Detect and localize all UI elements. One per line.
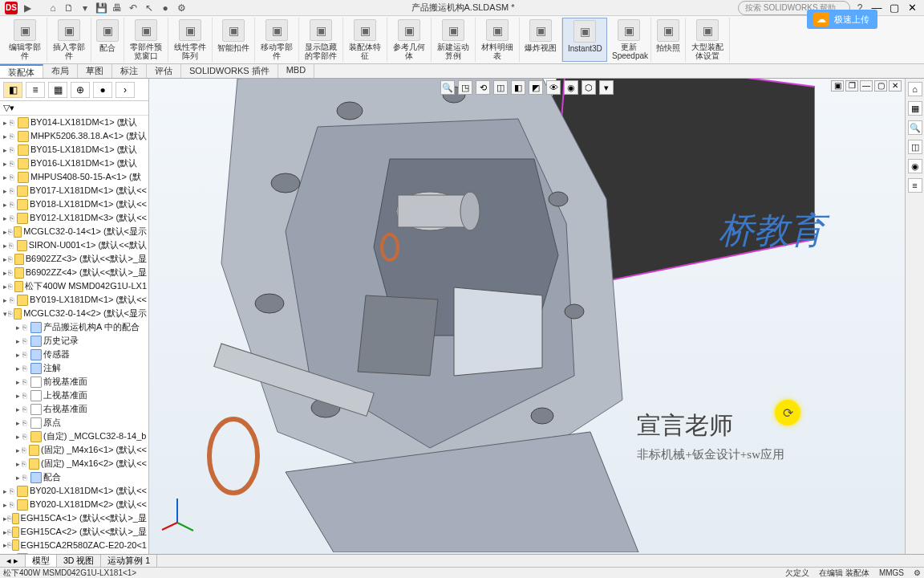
new-icon[interactable]: 🗋 [63, 2, 75, 14]
orientation-triad[interactable] [157, 495, 197, 535]
taskpane-view-icon[interactable]: ◫ [908, 140, 922, 154]
close-button[interactable]: ✕ [905, 2, 919, 14]
tree-item[interactable]: ▸⎘EGH15CA2R580ZAC-E20-20<1 [2, 539, 148, 552]
tree-item[interactable]: ▸⎘前视基准面 [2, 375, 148, 389]
tree-item[interactable]: ▸⎘BY015-LX181DM<1> (默认 [2, 143, 148, 157]
options-icon[interactable]: ⚙ [175, 2, 188, 14]
bottom-tabs-nav[interactable]: ◂ ▸ [0, 555, 26, 567]
tree-item[interactable]: ▸⎘BY018-LX181DM<1> (默认<< [2, 197, 148, 211]
open-icon[interactable]: ▾ [79, 2, 91, 14]
ribbon-零部件预览窗口[interactable]: ▣零部件预览窗口 [124, 18, 168, 62]
vp-dock-icon[interactable]: ▣ [831, 80, 844, 92]
tree-item[interactable]: ▸⎘原点 [2, 416, 148, 429]
feature-tree[interactable]: ▸⎘BY014-LX181DM<1> (默认▸⎘MHPK5206.38.18.A… [0, 116, 148, 559]
expand-icon[interactable]: ▸ [16, 419, 22, 427]
tree-item[interactable]: ▸⎘BY020-LX181DM<1> (默认<< [2, 484, 148, 498]
rebuild-icon[interactable]: ● [159, 2, 172, 14]
ribbon-参考几何体[interactable]: ▣参考几何体 [387, 18, 432, 62]
tree-tab-icon[interactable]: ◧ [3, 82, 22, 98]
section-icon[interactable]: ◫ [493, 80, 508, 95]
expand-icon[interactable]: ▸ [16, 364, 22, 372]
expand-icon[interactable]: ▸ [16, 378, 22, 386]
ribbon-新建运动算例[interactable]: ▣新建运动算例 [432, 18, 476, 62]
expand-icon[interactable]: ▸ [16, 460, 22, 468]
tree-item[interactable]: ▸⎘BY020-LX181DM<2> (默认<< [2, 498, 148, 511]
expand-icon[interactable]: ▸ [3, 242, 9, 250]
ribbon-线性零件阵列[interactable]: ▣线性零件阵列 [168, 18, 213, 62]
tree-item[interactable]: ▸⎘BY014-LX181DM<1> (默认 [2, 116, 148, 129]
scene-icon[interactable]: ⬡ [582, 80, 596, 95]
ribbon-移动零部件[interactable]: ▣移动零部件 [255, 18, 299, 62]
prev-view-icon[interactable]: ⟲ [476, 80, 490, 95]
tree-item[interactable]: ▸⎘SIRON-U001<1> (默认<<默认 [2, 238, 148, 252]
tree-filter[interactable]: ▽▾ [0, 101, 148, 116]
expand-icon[interactable]: ▸ [3, 146, 10, 154]
ribbon-拍快照[interactable]: ▣拍快照 [651, 18, 686, 62]
zoom-area-icon[interactable]: ◳ [458, 80, 472, 95]
expand-icon[interactable]: ▸ [3, 501, 10, 509]
home-icon[interactable]: ⌂ [47, 2, 59, 14]
tree-item[interactable]: ▸⎘EGH15CA<2> (默认<<默认>_显 [2, 525, 148, 539]
tree-item[interactable]: ▸⎘MHPUS408-50-15-A<1> (默 [2, 170, 148, 184]
expand-icon[interactable]: ▸ [16, 474, 22, 482]
ribbon-编辑零部件[interactable]: ▣编辑零部件 [3, 18, 47, 62]
ribbon-Instant3D[interactable]: ▣Instant3D [562, 18, 607, 62]
expand-icon[interactable]: ▸ [16, 392, 22, 400]
upload-badge[interactable]: ☁ 极速上传 [807, 10, 877, 29]
vp-close-icon[interactable]: ✕ [889, 80, 902, 92]
taskpane-search-icon[interactable]: 🔍 [908, 120, 922, 135]
ribbon-更新Speedpak[interactable]: ▣更新Speedpak [607, 18, 651, 62]
expand-icon[interactable]: ▸ [3, 173, 10, 181]
tree-item[interactable]: ▾⎘MCGLC32-0-14<2> (默认<显示 [2, 307, 148, 320]
tree-item[interactable]: ▸⎘BY019-LX181DM<1> (默认<< [2, 293, 148, 307]
expand-icon[interactable]: ▸ [3, 132, 10, 140]
bottom-tab-3D 视图[interactable]: 3D 视图 [57, 555, 101, 567]
display-style-icon[interactable]: ◩ [529, 80, 543, 95]
bottom-tab-模型[interactable]: 模型 [26, 555, 57, 567]
tree-tab-icon[interactable]: ⊕ [71, 82, 90, 98]
tree-item[interactable]: ▸⎘BY012-LX181DM<3> (默认<< [2, 211, 148, 225]
undo-icon[interactable]: ↶ [127, 2, 140, 14]
tab-布局[interactable]: 布局 [43, 64, 78, 78]
expand-icon[interactable]: ▸ [16, 351, 22, 359]
expand-icon[interactable]: ▸ [16, 324, 22, 332]
tree-item[interactable]: ▸⎘EGH15CA<1> (默认<<默认>_显 [2, 511, 148, 525]
ribbon-大型装配体设置[interactable]: ▣大型装配体设置 [686, 18, 730, 62]
tree-item[interactable]: ▸⎘配合 [2, 470, 148, 484]
tree-item[interactable]: ▸⎘MHPK5206.38.18.A<1> (默认 [2, 129, 148, 143]
ribbon-智能扣件[interactable]: ▣智能扣件 [213, 18, 255, 62]
expand-icon[interactable]: ▸ [3, 214, 10, 222]
maximize-button[interactable]: ▢ [887, 2, 902, 14]
tab-草图[interactable]: 草图 [78, 64, 112, 78]
tree-item[interactable]: ▸⎘注解 [2, 361, 148, 375]
tree-item[interactable]: ▸⎘B6902ZZ<4> (默认<<默认>_显 [2, 266, 148, 279]
taskpane-lib-icon[interactable]: ▦ [908, 101, 922, 116]
tree-item[interactable]: ▸⎘BY016-LX181DM<1> (默认 [2, 157, 148, 170]
taskpane-appear-icon[interactable]: ◉ [908, 159, 922, 173]
tab-装配体[interactable]: 装配体 [0, 64, 43, 78]
tab-评估[interactable]: 评估 [147, 64, 181, 78]
hide-show-icon[interactable]: 👁 [546, 80, 561, 95]
bottom-tab-运动算例 1[interactable]: 运动算例 1 [101, 555, 157, 567]
vp-min-icon[interactable]: — [860, 80, 873, 92]
tree-item[interactable]: ▸⎘(固定) _M4x16<2> (默认<< [2, 457, 148, 470]
ribbon-材料明细表[interactable]: ▣材料明细表 [476, 18, 520, 62]
expand-icon[interactable]: ▸ [3, 160, 10, 168]
expand-icon[interactable]: ▸ [3, 119, 10, 127]
save-icon[interactable]: 💾 [95, 2, 107, 14]
expand-icon[interactable]: ▸ [3, 296, 10, 304]
tree-item[interactable]: ▸⎘历史记录 [2, 334, 148, 348]
expand-icon[interactable]: ▸ [3, 187, 10, 195]
tab-MBD[interactable]: MBD [278, 64, 314, 78]
ribbon-装配体特征[interactable]: ▣装配体特征 [343, 18, 387, 62]
tree-item[interactable]: ▸⎘松下400W MSMD042G1U-LX1 [2, 279, 148, 293]
view-settings-icon[interactable]: ▾ [599, 80, 614, 95]
graphics-viewport[interactable]: 🔍 ◳ ⟲ ◫ ◧ ◩ 👁 ◉ ⬡ ▾ ▣ ❐ — ▢ ✕ [149, 79, 905, 567]
taskpane-props-icon[interactable]: ≡ [908, 178, 922, 193]
print-icon[interactable]: 🖶 [111, 2, 124, 14]
view-orient-icon[interactable]: ◧ [511, 80, 525, 95]
expand-icon[interactable]: ▸ [16, 405, 22, 413]
tree-item[interactable]: ▸⎘B6902ZZ<3> (默认<<默认>_显 [2, 252, 148, 266]
tree-item[interactable]: ▸⎘产品搬运机构A 中的配合 [2, 320, 148, 334]
expand-icon[interactable]: ▸ [16, 337, 22, 345]
